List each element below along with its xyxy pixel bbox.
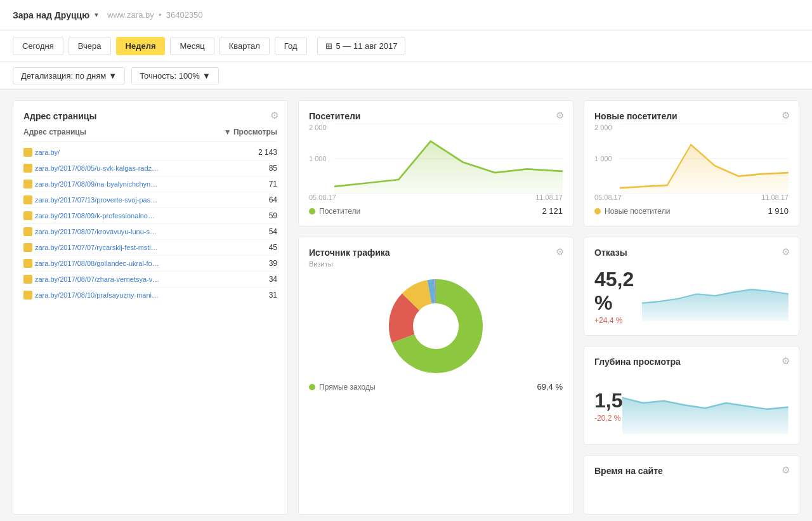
link-icon: [23, 195, 32, 204]
bounces-title: Отказы: [594, 247, 789, 258]
toolbar: Сегодня Вчера Неделя Месяц Квартал Год ⊞…: [0, 30, 812, 62]
page-url: zara.by/2017/08/07/krovavuyu-lunu-s…: [35, 228, 157, 235]
gear-icon[interactable]: ⚙: [782, 355, 790, 367]
table-header: Адрес страницы ▼ Просмотры: [23, 124, 277, 142]
bounces-card: Отказы ⚙ 45,2 % +24,4 %: [584, 237, 799, 336]
visitors-chart-dates: 05.08.17 11.08.17: [309, 194, 563, 201]
page-views: 34: [258, 275, 277, 284]
date-start: 05.08.17: [309, 194, 336, 201]
table-row: zara.by/2017/08/08/gollandec-ukral-fo… 3…: [23, 256, 277, 272]
page-link[interactable]: zara.by/2017/08/07/krovavuyu-lunu-s…: [23, 227, 163, 236]
table-row: zara.by/2017/07/07/rycarskij-fest-msti… …: [23, 240, 277, 256]
legend-value: 2 121: [542, 206, 563, 216]
traffic-title: Источник трафика: [309, 247, 563, 258]
page-link[interactable]: zara.by/: [23, 148, 163, 157]
site-selector[interactable]: Зара над Друццю ▼: [13, 10, 100, 20]
page-views: 64: [258, 195, 277, 204]
traffic-card: Источник трафика Визиты ⚙ Прямые заходы …: [298, 237, 573, 515]
col-views-header: ▼ Просмотры: [224, 128, 277, 136]
tab-year[interactable]: Год: [275, 37, 307, 55]
page-link[interactable]: zara.by/2017/08/07/zhara-vernetsya-v…: [23, 275, 163, 284]
visitors-chart-area: 2 000 1 000: [309, 124, 563, 194]
link-icon: [23, 227, 32, 236]
page-views: 71: [258, 180, 277, 188]
table-row: zara.by/2017/08/09/k-professionalno… 59: [23, 208, 277, 224]
new-visitors-line-chart: [620, 124, 789, 194]
gear-icon[interactable]: ⚙: [782, 465, 790, 476]
detail-row: Детализация: по дням ▼ Точность: 100% ▼: [0, 62, 812, 90]
visitors-legend: Посетители 2 121: [309, 206, 563, 216]
header: Зара над Друццю ▼ www.zara.by • 36402350: [0, 0, 812, 30]
date-end: 11.08.17: [535, 194, 563, 201]
svg-point-13: [417, 307, 455, 345]
depth-sparkline: [622, 372, 789, 434]
accuracy-button[interactable]: Точность: 100% ▼: [131, 67, 219, 84]
table-row: zara.by/2017/08/05/u-svk-kalgas-radz… 85: [23, 161, 277, 176]
gear-icon[interactable]: ⚙: [782, 246, 790, 258]
page-link[interactable]: zara.by/2017/08/10/prafsayuzny-mani…: [23, 291, 163, 300]
bounces-value: 45,2 %: [594, 268, 642, 315]
page-url: zara.by/2017/07/13/proverte-svoj-pas…: [35, 196, 157, 204]
bounces-change: +24,4 %: [594, 316, 642, 325]
gear-icon[interactable]: ⚙: [556, 110, 564, 121]
page-link[interactable]: zara.by/2017/07/07/rycarskij-fest-msti…: [23, 243, 163, 252]
page-link[interactable]: zara.by/2017/08/05/u-svk-kalgas-radz…: [23, 164, 163, 173]
time-card: Время на сайте ⚙: [584, 455, 799, 515]
depth-title: Глубина просмотра: [594, 357, 789, 367]
gear-icon[interactable]: ⚙: [556, 246, 564, 258]
legend-label: Посетители: [319, 207, 360, 216]
y-max-label: 2 000: [309, 124, 327, 131]
detail-label: Детализация: по дням: [21, 71, 106, 81]
new-visitors-title: Новые посетители: [594, 111, 789, 121]
new-visitors-card: Новые посетители ⚙ 2 000 1 000 05.08.1: [584, 100, 799, 227]
site-info: www.zara.by • 36402350: [107, 10, 203, 20]
donut-chart-container: [309, 275, 563, 377]
gear-icon[interactable]: ⚙: [782, 110, 790, 121]
legend-dot: [594, 208, 601, 214]
page-views: 85: [258, 164, 277, 173]
new-visitors-legend: Новые посетители 1 910: [594, 206, 789, 216]
y-mid-label: 1 000: [594, 155, 612, 162]
bounces-value-group: 45,2 % +24,4 %: [594, 263, 642, 325]
table-row: zara.by/2017/08/07/krovavuyu-lunu-s… 54: [23, 224, 277, 240]
table-row: zara.by/2017/07/13/proverte-svoj-pas… 64: [23, 192, 277, 208]
date-start: 05.08.17: [594, 194, 622, 201]
new-visitors-chart-dates: 05.08.17 11.08.17: [594, 194, 789, 201]
svg-marker-3: [334, 142, 563, 194]
legend-value: 1 910: [768, 206, 789, 216]
bounces-sparkline: [642, 267, 789, 322]
chevron-down-icon: ▼: [93, 11, 100, 18]
legend-label: Новые посетители: [605, 207, 670, 216]
page-link[interactable]: zara.by/2017/07/13/proverte-svoj-pas…: [23, 195, 163, 204]
tab-week[interactable]: Неделя: [116, 37, 166, 55]
depth-value-group: 1,5 -20,2 %: [594, 384, 622, 423]
right-metrics: Отказы ⚙ 45,2 % +24,4 %: [584, 237, 799, 515]
page-views: 31: [258, 291, 277, 300]
page-link[interactable]: zara.by/2017/08/08/gollandec-ukral-fo…: [23, 259, 163, 268]
detail-button[interactable]: Детализация: по дням ▼: [13, 67, 125, 84]
site-url: www.zara.by: [107, 10, 154, 20]
link-icon: [23, 243, 32, 252]
page-url: zara.by/2017/08/10/prafsayuzny-mani…: [35, 291, 159, 299]
page-link[interactable]: zara.by/2017/08/09/k-professionalno…: [23, 211, 163, 220]
tab-yesterday[interactable]: Вчера: [69, 37, 111, 55]
accuracy-label: Точность: 100%: [140, 71, 200, 81]
page-url: zara.by/2017/08/09/k-professionalno…: [35, 212, 155, 220]
depth-value: 1,5: [594, 389, 622, 412]
tab-today[interactable]: Сегодня: [13, 37, 63, 55]
chevron-down-icon: ▼: [202, 71, 211, 81]
tab-month[interactable]: Месяц: [170, 37, 214, 55]
date-range-picker[interactable]: ⊞ 5 — 11 авг 2017: [317, 37, 406, 55]
address-title: Адрес страницы: [23, 111, 277, 121]
tab-quarter[interactable]: Квартал: [219, 37, 270, 55]
date-range-label: 5 — 11 авг 2017: [336, 41, 398, 51]
legend-dot: [309, 208, 315, 214]
address-card: Адрес страницы ⚙ Адрес страницы ▼ Просмо…: [13, 100, 288, 515]
site-id: 36402350: [166, 10, 203, 20]
page-link[interactable]: zara.by/2017/08/09/na-byalynichchyn…: [23, 180, 163, 188]
page-views: 54: [258, 227, 277, 236]
legend-label: Прямые заходы: [319, 383, 376, 392]
gear-icon[interactable]: ⚙: [270, 110, 278, 121]
calendar-icon: ⊞: [325, 41, 332, 51]
new-visitors-chart-area: 2 000 1 000: [594, 124, 789, 194]
